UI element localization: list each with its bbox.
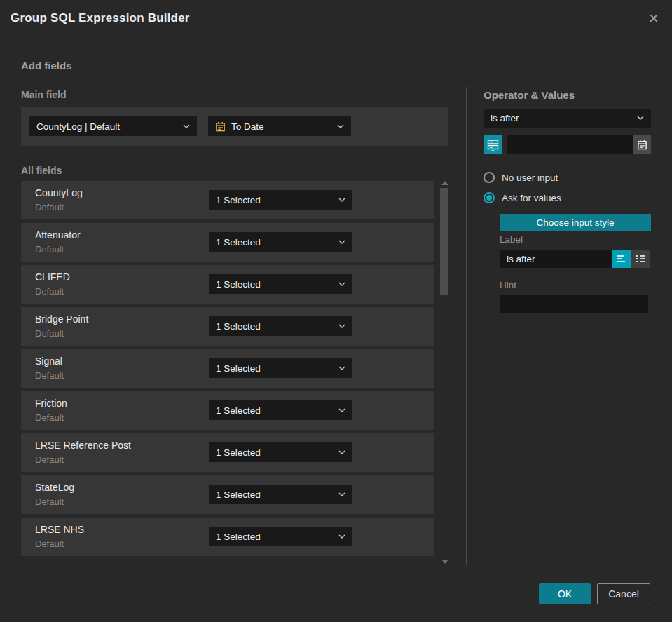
chevron-down-icon: [337, 124, 344, 129]
field-row-bridge-point: Bridge Point Default 1 Selected: [21, 307, 434, 346]
panel-divider: [466, 87, 467, 565]
scroll-down-icon[interactable]: [441, 560, 448, 564]
field-name: CountyLog: [35, 187, 83, 198]
field-selected-dropdown[interactable]: 1 Selected: [209, 232, 352, 252]
chevron-down-icon: [338, 492, 345, 497]
field-name: Attenuator: [35, 229, 81, 241]
field-type: Default: [35, 328, 64, 339]
field-selected-dropdown[interactable]: 1 Selected: [209, 527, 352, 546]
list-icon: [636, 255, 646, 264]
radio-ask-for-values-label: Ask for values: [502, 193, 561, 203]
list-scrollbar[interactable]: [439, 180, 450, 565]
field-selected-value: 1 Selected: [216, 321, 334, 332]
date-part-select[interactable]: To Date: [208, 116, 351, 136]
field-selected-dropdown[interactable]: 1 Selected: [209, 442, 352, 462]
ok-button[interactable]: OK: [539, 583, 591, 604]
stacked-values-icon: [487, 139, 499, 151]
main-field-panel: CountyLog | Default To Date: [21, 107, 448, 146]
field-name: StateLog: [35, 482, 74, 493]
field-type: Default: [35, 202, 64, 212]
radio-ask-for-values[interactable]: Ask for values: [484, 192, 561, 203]
field-name: Signal: [35, 356, 62, 367]
field-type: Default: [35, 454, 64, 465]
field-name: CLIFED: [35, 271, 70, 283]
hint-field-label: Hint: [500, 280, 516, 290]
field-type: Default: [35, 370, 64, 381]
scrollbar-thumb[interactable]: [440, 188, 448, 295]
label-field-label: Label: [500, 234, 523, 245]
radio-no-user-input[interactable]: No user input: [484, 172, 558, 183]
field-name: Bridge Point: [35, 313, 88, 325]
field-selected-value: 1 Selected: [216, 195, 334, 205]
chevron-down-icon: [637, 116, 644, 121]
operator-values-heading: Operator & Values: [484, 89, 575, 101]
field-type: Default: [35, 539, 64, 549]
field-row-lrse-nhs: LRSE NHS Default 1 Selected: [21, 518, 434, 556]
calendar-icon: [215, 121, 226, 132]
chevron-down-icon: [338, 198, 345, 203]
label-input[interactable]: [500, 250, 612, 268]
date-part-select-value: To Date: [231, 121, 333, 132]
dialog-title: Group SQL Expression Builder: [11, 11, 190, 25]
chevron-down-icon: [338, 408, 345, 413]
main-field-select[interactable]: CountyLog | Default: [29, 116, 197, 136]
group-sql-expression-builder-dialog: Group SQL Expression Builder ✕ Add field…: [0, 0, 672, 622]
chevron-down-icon: [338, 324, 345, 329]
add-fields-heading: Add fields: [21, 60, 72, 72]
input-style-list-button[interactable]: [631, 250, 650, 268]
chevron-down-icon: [338, 450, 345, 455]
chevron-down-icon: [338, 534, 345, 539]
field-row-clifed: CLIFED Default 1 Selected: [21, 265, 434, 304]
field-row-lrse-reference-post: LRSE Reference Post Default 1 Selected: [21, 433, 434, 472]
field-name: Friction: [35, 398, 67, 409]
field-selected-dropdown[interactable]: 1 Selected: [209, 274, 352, 294]
align-left-icon: [617, 255, 627, 264]
radio-no-user-input-label: No user input: [502, 173, 558, 183]
field-selected-value: 1 Selected: [216, 363, 334, 374]
field-selected-dropdown[interactable]: 1 Selected: [209, 358, 352, 378]
field-name: LRSE NHS: [35, 524, 84, 535]
hint-input[interactable]: [500, 295, 648, 313]
value-source-button[interactable]: [484, 135, 502, 154]
field-type: Default: [35, 496, 64, 507]
choose-input-style-button[interactable]: Choose input style: [500, 214, 651, 231]
all-fields-label: All fields: [21, 165, 62, 176]
radio-unchecked-icon[interactable]: [484, 172, 495, 183]
scroll-up-icon[interactable]: [441, 181, 448, 185]
radio-checked-icon[interactable]: [484, 192, 495, 203]
chevron-down-icon: [338, 240, 345, 245]
main-field-label: Main field: [21, 89, 67, 100]
main-field-select-value: CountyLog | Default: [36, 121, 179, 132]
field-row-friction: Friction Default 1 Selected: [21, 391, 434, 430]
field-type: Default: [35, 244, 64, 255]
value-input[interactable]: [507, 135, 633, 154]
chevron-down-icon: [338, 282, 345, 287]
field-selected-dropdown[interactable]: 1 Selected: [209, 485, 352, 504]
field-selected-value: 1 Selected: [216, 405, 334, 416]
field-name: LRSE Reference Post: [35, 440, 131, 451]
field-selected-dropdown[interactable]: 1 Selected: [209, 400, 352, 420]
field-selected-dropdown[interactable]: 1 Selected: [209, 190, 352, 210]
input-style-single-button[interactable]: [612, 250, 631, 268]
field-selected-value: 1 Selected: [216, 279, 334, 290]
cancel-button[interactable]: Cancel: [597, 583, 650, 604]
operator-select-value: is after: [491, 113, 633, 123]
operator-select[interactable]: is after: [484, 109, 651, 128]
field-type: Default: [35, 286, 64, 297]
field-selected-value: 1 Selected: [216, 447, 334, 458]
field-row-signal: Signal Default 1 Selected: [21, 349, 434, 388]
date-picker-button[interactable]: [633, 135, 651, 154]
close-icon[interactable]: ✕: [645, 10, 662, 27]
field-selected-value: 1 Selected: [216, 237, 334, 248]
field-selected-value: 1 Selected: [216, 489, 334, 500]
field-type: Default: [35, 412, 64, 423]
chevron-down-icon: [338, 366, 345, 371]
calendar-icon: [637, 140, 647, 150]
field-row-countylog: CountyLog Default 1 Selected: [21, 181, 434, 219]
field-selected-dropdown[interactable]: 1 Selected: [209, 316, 352, 336]
dialog-titlebar: Group SQL Expression Builder: [0, 0, 672, 36]
chevron-down-icon: [183, 124, 190, 129]
field-row-attenuator: Attenuator Default 1 Selected: [21, 223, 434, 262]
field-selected-value: 1 Selected: [216, 532, 334, 542]
field-row-statelog: StateLog Default 1 Selected: [21, 475, 434, 514]
